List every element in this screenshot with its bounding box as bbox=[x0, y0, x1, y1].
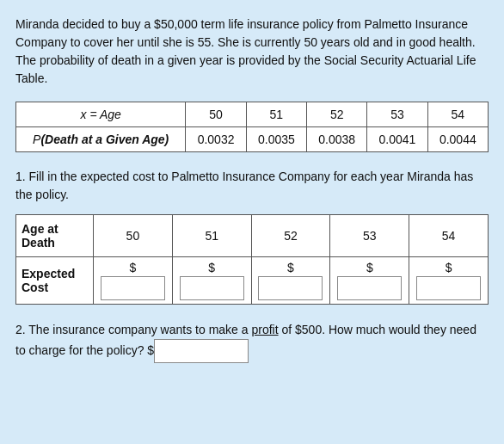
cost-table-cost-label: ExpectedCost bbox=[16, 257, 94, 305]
dollar-sign-52: $ bbox=[257, 261, 325, 274]
prob-val-50: 0.0032 bbox=[186, 127, 246, 152]
cost-input-cell-53: $ bbox=[330, 257, 409, 305]
cost-input-cell-50: $ bbox=[94, 257, 173, 305]
prob-val-54: 0.0044 bbox=[427, 127, 488, 152]
question1-instruction: 1. Fill in the expected cost to Palmetto… bbox=[15, 168, 489, 204]
dollar-sign-51: $ bbox=[178, 261, 246, 274]
dollar-sign-53: $ bbox=[335, 261, 403, 274]
prob-age-53: 53 bbox=[367, 102, 427, 127]
cost-table-age-row: Age atDeath 50 51 52 53 54 bbox=[16, 215, 489, 257]
prob-val-52: 0.0038 bbox=[307, 127, 367, 152]
cost-age-52: 52 bbox=[251, 215, 330, 257]
prob-age-51: 51 bbox=[246, 102, 306, 127]
profit-underline: profit bbox=[251, 323, 278, 336]
question2-input[interactable] bbox=[154, 339, 249, 363]
cost-input-54[interactable] bbox=[416, 276, 481, 300]
cost-table: Age atDeath 50 51 52 53 54 ExpectedCost … bbox=[15, 214, 489, 305]
cost-input-53[interactable] bbox=[337, 276, 402, 300]
prob-table-age-label: x = Age bbox=[16, 102, 186, 127]
prob-val-53: 0.0041 bbox=[367, 127, 427, 152]
cost-table-wrapper: Age atDeath 50 51 52 53 54 ExpectedCost … bbox=[15, 214, 489, 305]
cost-age-54: 54 bbox=[409, 215, 489, 257]
cost-input-51[interactable] bbox=[180, 276, 244, 300]
probability-table-wrapper: x = Age 50 51 52 53 54 P(Death at a Give… bbox=[15, 102, 489, 152]
question2-text: 2. The insurance company wants to make a… bbox=[15, 320, 489, 363]
cost-input-52[interactable] bbox=[258, 276, 323, 300]
prob-table-prob-row: P(Death at a Given Age) 0.0032 0.0035 0.… bbox=[16, 127, 489, 152]
probability-table: x = Age 50 51 52 53 54 P(Death at a Give… bbox=[15, 102, 489, 152]
prob-age-50: 50 bbox=[186, 102, 246, 127]
prob-table-prob-label: P(Death at a Given Age) bbox=[16, 127, 186, 152]
prob-age-52: 52 bbox=[307, 102, 367, 127]
cost-age-53: 53 bbox=[330, 215, 409, 257]
cost-table-age-label: Age atDeath bbox=[16, 215, 94, 257]
cost-input-cell-52: $ bbox=[251, 257, 330, 305]
cost-input-cell-54: $ bbox=[409, 257, 489, 305]
dollar-sign-50: $ bbox=[99, 261, 167, 274]
intro-text: Miranda decided to buy a $50,000 term li… bbox=[15, 15, 489, 88]
dollar-sign-54: $ bbox=[415, 261, 482, 274]
cost-age-50: 50 bbox=[94, 215, 173, 257]
cost-table-cost-row: ExpectedCost $ $ $ $ $ bbox=[16, 257, 489, 305]
cost-age-51: 51 bbox=[172, 215, 251, 257]
prob-table-age-row: x = Age 50 51 52 53 54 bbox=[16, 102, 489, 127]
prob-val-51: 0.0035 bbox=[246, 127, 306, 152]
cost-input-50[interactable] bbox=[101, 276, 165, 300]
cost-input-cell-51: $ bbox=[172, 257, 251, 305]
prob-age-54: 54 bbox=[427, 102, 488, 127]
